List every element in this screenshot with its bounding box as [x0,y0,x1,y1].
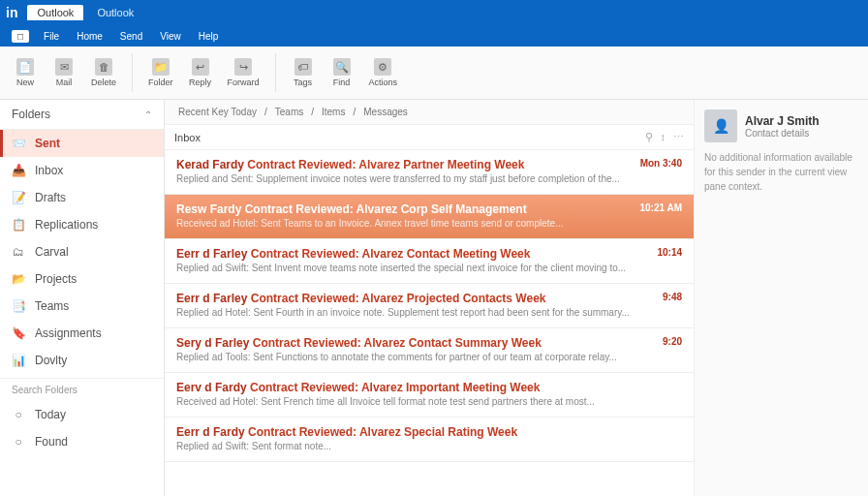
sidebar-subheader: Search Folders [0,378,164,401]
sidebar-header[interactable]: Folders ⌃ [0,100,164,130]
sidebar-subitem-today[interactable]: ○Today [0,401,164,428]
sidebar-item-assignments[interactable]: 🔖Assignments [0,320,164,347]
mail-sender: Resw Fardy [176,202,241,216]
mail-item[interactable]: Eerr d Fardy Contract Reviewed: Alvarez … [165,418,694,462]
filter-icon[interactable]: ⚲ [645,131,653,143]
sidebar-item-carval[interactable]: 🗂Carval [0,238,164,265]
ribbon: □ File Home Send View Help 📄New✉Mail🗑Del… [0,25,868,100]
sidebar-item-label: Carval [35,245,69,259]
mail-item[interactable]: Sery d Farley Contract Reviewed: Alvarez… [165,328,694,373]
mail-subject: Eerr d Farley Contract Reviewed: Alvarez… [176,247,647,261]
list-header: Inbox ⚲ ↕ ⋯ [165,125,694,150]
mail-date: 9:48 [663,292,682,318]
sidebar-item-label: Found [35,435,68,449]
folder-icon: 📁 [152,58,170,76]
mail-preview: Replied ad Hotel: Sent Fourth in an invo… [176,307,653,318]
mail-subject: Resw Fardy Contract Reviewed: Alvarez Co… [176,202,630,216]
folder-sidebar: Folders ⌃ 📨Sent📥Inbox📝Drafts📋Replication… [0,100,165,496]
chevron-up-icon: ⌃ [144,109,152,120]
ribbon-button-label: Tags [294,78,312,87]
more-icon[interactable]: ⋯ [673,131,684,143]
ribbon-button-new[interactable]: 📄New [10,56,41,89]
ribbon-tab[interactable]: View [153,29,188,44]
mail-list[interactable]: Kerad Fardy Contract Reviewed: Alvarez P… [165,150,694,496]
mail-date: 10:21 AM [639,202,682,229]
sidebar-header-label: Folders [12,108,50,121]
ribbon-button-label: Forward [228,78,260,87]
ribbon-toolbar: 📄New✉Mail🗑Delete📁Folder↩Reply↪Forward🏷Ta… [0,46,868,99]
circle-icon: ○ [12,435,25,449]
mail-item[interactable]: Kerad Fardy Contract Reviewed: Alvarez P… [165,150,694,195]
ribbon-button-delete[interactable]: 🗑Delete [87,56,120,89]
ribbon-button-label: Reply [189,78,211,87]
folder-icon: 📂 [12,272,25,286]
window-tab-active[interactable]: Outlook [27,5,83,20]
ribbon-button-label: Folder [148,78,173,87]
ribbon-button-actions[interactable]: ⚙Actions [365,56,402,89]
breadcrumb-segment[interactable]: Teams [271,106,307,118]
mail-sender: Eerr d Farley [176,292,247,305]
sidebar-item-label: Projects [35,272,77,286]
ribbon-tabs: □ File Home Send View Help [0,25,868,46]
ribbon-button-folder[interactable]: 📁Folder [144,56,177,89]
ribbon-button-label: Actions [369,78,398,87]
mail-sender: Sery d Farley [176,336,249,350]
sidebar-item-inbox[interactable]: 📥Inbox [0,157,164,184]
mail-subject: Sery d Farley Contract Reviewed: Alvarez… [176,336,653,350]
mail-subject: Eerr d Fardy Contract Reviewed: Alvarez … [176,425,672,439]
sidebar-item-sent[interactable]: 📨Sent [0,130,164,157]
mail-sender: Eerv d Fardy [176,381,247,394]
sidebar-item-teams[interactable]: 📑Teams [0,293,164,320]
sidebar-item-dovlty[interactable]: 📊Dovlty [0,347,164,374]
mail-item[interactable]: Eerr d Farley Contract Reviewed: Alvarez… [165,284,694,328]
sidebar-item-label: Teams [35,299,69,313]
mail-preview: Received ad Hotel: Sent French time all … [176,396,672,407]
contact-subtitle: Contact details [745,128,820,139]
mail-item[interactable]: Eerr d Farley Contract Reviewed: Alvarez… [165,239,694,284]
ribbon-button-label: Delete [91,78,116,87]
ribbon-button-find[interactable]: 🔍Find [326,56,357,89]
sidebar-item-drafts[interactable]: 📝Drafts [0,184,164,211]
message-list-pane: Recent Key Today / Teams / Items / Messa… [165,100,694,496]
delete-icon: 🗑 [95,58,112,76]
tags-icon: 🏷 [294,58,312,76]
ribbon-button-mail[interactable]: ✉Mail [48,56,79,89]
mail-item[interactable]: Resw Fardy Contract Reviewed: Alvarez Co… [165,195,694,239]
contact-name: Alvar J Smith [745,114,820,128]
app-logo: in [6,5,17,20]
ribbon-button-label: Find [333,78,351,87]
mail-date: 9:20 [663,336,682,362]
sort-icon[interactable]: ↕ [661,131,666,143]
breadcrumb-segment[interactable]: Messages [359,106,412,118]
ribbon-tab[interactable]: Send [113,29,149,44]
sidebar-item-label: Dovlty [35,354,67,367]
sidebar-item-projects[interactable]: 📂Projects [0,265,164,293]
breadcrumb-segment[interactable]: Items [318,106,349,118]
mail-sender: Kerad Fardy [176,158,244,171]
ribbon-tab[interactable]: File [37,29,66,44]
ribbon-button-reply[interactable]: ↩Reply [185,56,216,89]
mail-sender: Eerr d Farley [176,247,247,261]
mail-date: 10:14 [657,247,682,273]
ribbon-button-tags[interactable]: 🏷Tags [288,56,319,89]
reply-icon: ↩ [192,58,209,76]
folder-icon: 📋 [12,218,25,232]
mail-subject: Eerv d Fardy Contract Reviewed: Alvarez … [176,381,672,394]
actions-icon: ⚙ [374,58,391,76]
mail-preview: Replied and Sent: Supplement invoice not… [176,173,631,184]
sidebar-item-replications[interactable]: 📋Replications [0,211,164,238]
window-tab[interactable]: Outlook [89,5,141,20]
mail-item[interactable]: Eerv d Fardy Contract Reviewed: Alvarez … [165,373,694,418]
mail-subject: Kerad Fardy Contract Reviewed: Alvarez P… [176,158,631,171]
ribbon-button-forward[interactable]: ↪Forward [224,56,264,89]
ribbon-tab[interactable]: Home [70,29,109,44]
ribbon-file-box[interactable]: □ [12,30,29,43]
mail-preview: Replied ad Tools: Sent Functions to anno… [176,352,653,362]
mail-date: Mon 3:40 [640,158,682,184]
folder-icon: 🗂 [12,245,25,259]
breadcrumb-segment[interactable]: Recent Key Today [174,106,261,118]
ribbon-tab[interactable]: Help [192,29,226,44]
reading-body: No additional information available for … [704,150,858,194]
sidebar-subitem-found[interactable]: ○Found [0,428,164,455]
sidebar-item-label: Today [35,408,66,421]
